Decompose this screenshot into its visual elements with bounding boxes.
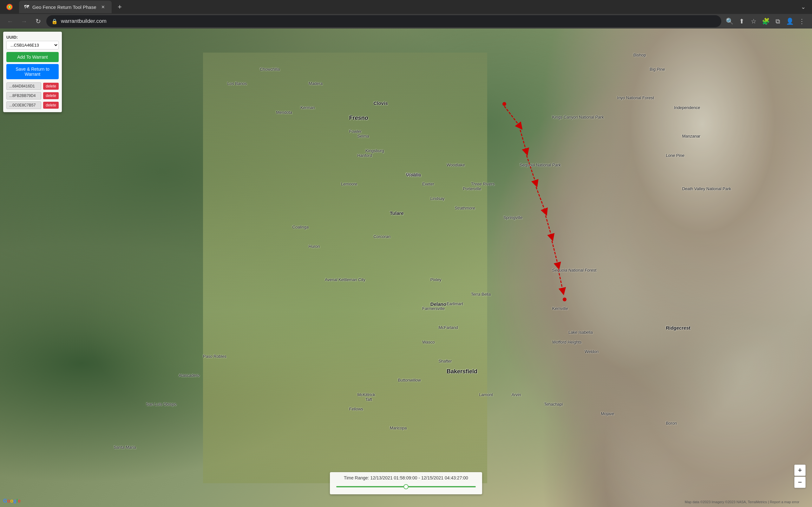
time-slider-input[interactable] bbox=[336, 486, 476, 487]
uuid-row: ...0C0E8C7B57 delete bbox=[6, 101, 59, 109]
tab-title: Geo Fence Return Tool Phase bbox=[32, 4, 96, 10]
search-icon[interactable]: 🔍 bbox=[724, 15, 735, 27]
nav-bar: ← → ↻ 🔒 warrantbuilder.com 🔍 ⬆ ☆ 🧩 ⧉ 👤 ⋮ bbox=[0, 14, 812, 29]
time-range-slider[interactable] bbox=[336, 483, 476, 489]
control-panel: UUID: ...C5B1A46E13 Add To Warrant Save … bbox=[3, 32, 62, 112]
delete-button[interactable]: delete bbox=[43, 102, 59, 109]
uuid-row: ...8FB2BB79D4 delete bbox=[6, 92, 59, 100]
time-range-label: Time Range: 12/13/2021 01:58:09:00 - 12/… bbox=[336, 475, 476, 481]
add-to-warrant-button[interactable]: Add To Warrant bbox=[6, 52, 59, 62]
active-tab[interactable]: 🗺 Geo Fence Return Tool Phase ✕ bbox=[19, 1, 112, 13]
delete-button[interactable]: delete bbox=[43, 83, 59, 90]
save-return-button[interactable]: Save & Return to Warrant bbox=[6, 64, 59, 79]
tab-favicon: 🗺 bbox=[24, 4, 29, 10]
address-bar[interactable]: 🔒 warrantbuilder.com bbox=[46, 15, 721, 27]
menu-icon[interactable]: ⋮ bbox=[796, 15, 808, 27]
nav-actions: 🔍 ⬆ ☆ 🧩 ⧉ 👤 ⋮ bbox=[724, 15, 808, 27]
uuid-row: ...684D8416D1 delete bbox=[6, 82, 59, 90]
split-screen-icon[interactable]: ⧉ bbox=[772, 15, 783, 27]
uuid-chip: ...8FB2BB79D4 bbox=[6, 92, 41, 100]
bookmark-icon[interactable]: ☆ bbox=[748, 15, 759, 27]
map-credits: Map data ©2023 Imagery ©2023 NASA, Terra… bbox=[685, 500, 799, 504]
zoom-out-button[interactable]: − bbox=[794, 476, 806, 488]
map-mountains bbox=[447, 29, 812, 507]
browser-chrome: 🗺 Geo Fence Return Tool Phase ✕ + ⌄ ← → … bbox=[0, 0, 812, 29]
tab-expand-button[interactable]: ⌄ bbox=[798, 2, 808, 12]
lock-icon: 🔒 bbox=[51, 18, 58, 24]
map-valley bbox=[203, 53, 487, 483]
uuid-select[interactable]: ...C5B1A46E13 bbox=[6, 41, 59, 49]
profile-icon[interactable]: 👤 bbox=[784, 15, 796, 27]
forward-button[interactable]: → bbox=[18, 15, 30, 27]
zoom-in-button[interactable]: + bbox=[794, 464, 806, 476]
browser-menu-icon[interactable] bbox=[4, 1, 15, 13]
delete-button[interactable]: delete bbox=[43, 92, 59, 99]
time-range-container: Time Range: 12/13/2021 01:58:09:00 - 12/… bbox=[330, 472, 482, 494]
uuid-label: UUID: bbox=[6, 35, 59, 40]
svg-point-3 bbox=[9, 6, 10, 8]
tab-bar: 🗺 Geo Fence Return Tool Phase ✕ + ⌄ bbox=[0, 0, 812, 14]
extensions-icon[interactable]: 🧩 bbox=[760, 15, 771, 27]
back-button[interactable]: ← bbox=[4, 15, 16, 27]
url-text: warrantbuilder.com bbox=[61, 18, 716, 24]
zoom-controls: + − bbox=[794, 464, 806, 488]
google-logo: Google bbox=[3, 498, 20, 504]
uuid-list: ...684D8416D1 delete ...8FB2BB79D4 delet… bbox=[6, 82, 59, 109]
uuid-chip: ...684D8416D1 bbox=[6, 82, 41, 90]
reload-button[interactable]: ↻ bbox=[32, 15, 44, 27]
map-container[interactable]: FresnoBakersfieldVisaliaTulareDelanoClov… bbox=[0, 29, 812, 507]
tab-close-button[interactable]: ✕ bbox=[100, 3, 107, 10]
new-tab-button[interactable]: + bbox=[114, 1, 125, 13]
uuid-chip: ...0C0E8C7B57 bbox=[6, 101, 41, 109]
share-icon[interactable]: ⬆ bbox=[736, 15, 747, 27]
